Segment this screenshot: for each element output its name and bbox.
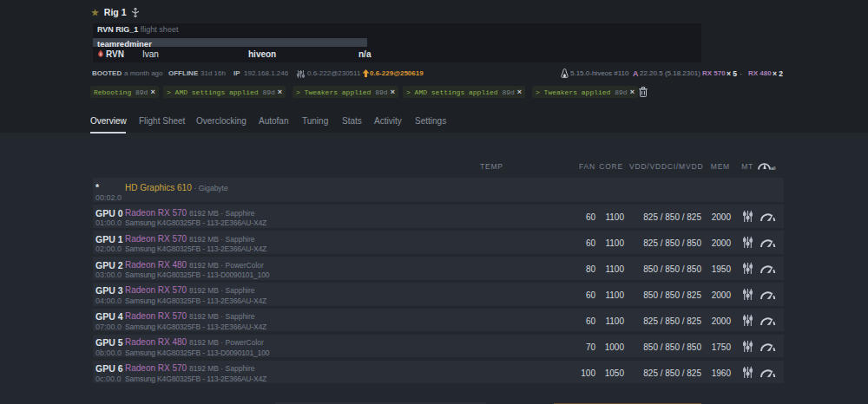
svg-text:all: all: [771, 166, 776, 171]
